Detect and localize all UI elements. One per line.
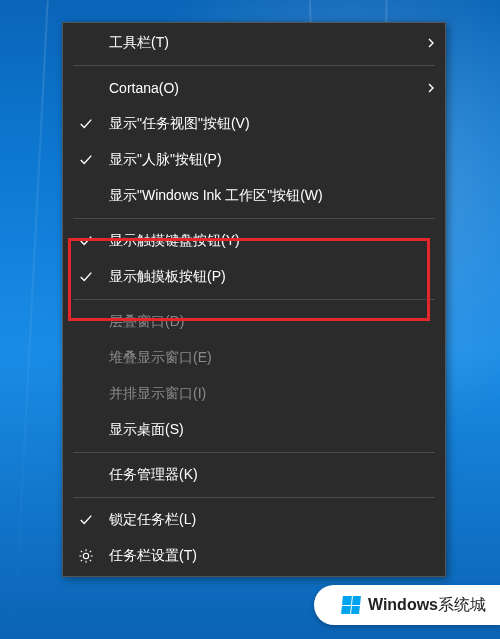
watermark-pill: Windows系统城 <box>314 585 500 625</box>
menu-item-stacked: 堆叠显示窗口(E) <box>63 340 445 376</box>
menu-separator <box>73 65 435 66</box>
menu-item-label: 锁定任务栏(L) <box>109 511 417 529</box>
menu-item-touch-keyboard[interactable]: 显示触摸键盘按钮(Y) <box>63 223 445 259</box>
menu-item-label: 堆叠显示窗口(E) <box>109 349 417 367</box>
check-icon <box>63 153 109 167</box>
menu-item-ink[interactable]: 显示"Windows Ink 工作区"按钮(W) <box>63 178 445 214</box>
menu-item-label: 显示"任务视图"按钮(V) <box>109 115 417 133</box>
chevron-right-icon <box>417 83 445 93</box>
decorative-beam <box>13 0 48 638</box>
watermark-text: Windows系统城 <box>368 595 486 616</box>
menu-item-touchpad[interactable]: 显示触摸板按钮(P) <box>63 259 445 295</box>
menu-item-label: 层叠窗口(D) <box>109 313 417 331</box>
menu-item-taskbar-settings[interactable]: 任务栏设置(T) <box>63 538 445 574</box>
check-icon <box>63 513 109 527</box>
menu-separator <box>73 497 435 498</box>
menu-item-label: 显示触摸键盘按钮(Y) <box>109 232 417 250</box>
menu-item-lock-taskbar[interactable]: 锁定任务栏(L) <box>63 502 445 538</box>
menu-item-label: 显示触摸板按钮(P) <box>109 268 417 286</box>
menu-separator <box>73 452 435 453</box>
menu-item-label: 任务栏设置(T) <box>109 547 417 565</box>
menu-item-cascade: 层叠窗口(D) <box>63 304 445 340</box>
menu-item-people[interactable]: 显示"人脉"按钮(P) <box>63 142 445 178</box>
menu-item-label: 工具栏(T) <box>109 34 417 52</box>
menu-item-side-by-side: 并排显示窗口(I) <box>63 376 445 412</box>
menu-item-label: Cortana(O) <box>109 80 417 96</box>
desktop-background: 工具栏(T)Cortana(O)显示"任务视图"按钮(V)显示"人脉"按钮(P)… <box>0 0 500 639</box>
gear-icon <box>63 548 109 564</box>
check-icon <box>63 117 109 131</box>
menu-item-label: 并排显示窗口(I) <box>109 385 417 403</box>
menu-item-toolbars[interactable]: 工具栏(T) <box>63 25 445 61</box>
check-icon <box>63 234 109 248</box>
menu-item-label: 显示"人脉"按钮(P) <box>109 151 417 169</box>
windows-logo-icon <box>341 596 361 614</box>
taskbar-context-menu: 工具栏(T)Cortana(O)显示"任务视图"按钮(V)显示"人脉"按钮(P)… <box>62 22 446 577</box>
menu-separator <box>73 218 435 219</box>
menu-item-cortana[interactable]: Cortana(O) <box>63 70 445 106</box>
menu-item-label: 任务管理器(K) <box>109 466 417 484</box>
menu-item-task-view[interactable]: 显示"任务视图"按钮(V) <box>63 106 445 142</box>
menu-item-show-desktop[interactable]: 显示桌面(S) <box>63 412 445 448</box>
menu-item-label: 显示桌面(S) <box>109 421 417 439</box>
check-icon <box>63 270 109 284</box>
chevron-right-icon <box>417 38 445 48</box>
menu-item-label: 显示"Windows Ink 工作区"按钮(W) <box>109 187 417 205</box>
menu-item-task-manager[interactable]: 任务管理器(K) <box>63 457 445 493</box>
menu-separator <box>73 299 435 300</box>
